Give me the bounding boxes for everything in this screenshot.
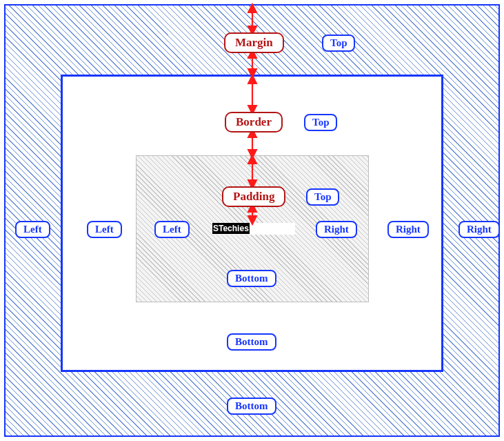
padding-right-label: Right bbox=[316, 221, 357, 238]
padding-left-label: Left bbox=[154, 221, 190, 238]
border-right-label: Right bbox=[387, 221, 429, 238]
border-top-label: Top bbox=[304, 114, 337, 131]
padding-bottom-label: Bottom bbox=[227, 270, 276, 287]
margin-top-label: Top bbox=[322, 35, 355, 52]
padding-label: Padding bbox=[222, 186, 285, 207]
border-bottom-label: Bottom bbox=[227, 333, 276, 351]
margin-label: Margin bbox=[224, 32, 284, 53]
margin-left-label: Left bbox=[15, 221, 50, 238]
margin-bottom-label: Bottom bbox=[227, 398, 276, 415]
content-area: STechies bbox=[212, 223, 295, 235]
border-left-label: Left bbox=[87, 221, 122, 238]
margin-right-label: Right bbox=[458, 221, 500, 238]
content-text: STechies bbox=[212, 223, 250, 234]
padding-top-label: Top bbox=[306, 188, 339, 206]
border-label: Border bbox=[225, 112, 283, 133]
